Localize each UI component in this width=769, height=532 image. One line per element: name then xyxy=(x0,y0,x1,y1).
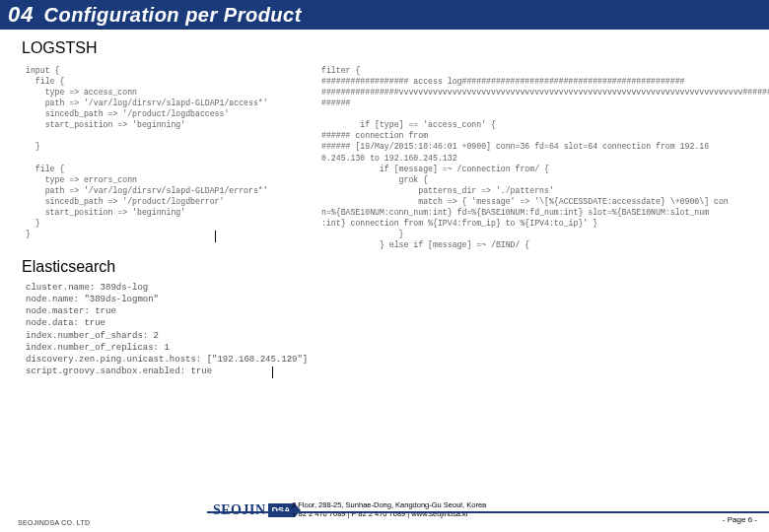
footer-contact: 2 Floor, 288-25, Sunhae-Dong, Kangdong-G… xyxy=(292,500,486,519)
slide-title: Configuration per Product xyxy=(43,4,301,27)
section-logstash-label: LOGSTSH xyxy=(22,39,769,57)
logo-sub-text: DSA xyxy=(268,503,295,517)
elasticsearch-yaml-code: cluster.name: 389ds-log node.name: "389d… xyxy=(26,282,308,377)
title-bar: 04 Configuration per Product xyxy=(0,0,769,30)
page-number: - Page 6 - xyxy=(723,515,757,524)
company-name: SEOJINDSA CO. LTD xyxy=(18,519,90,526)
text-cursor xyxy=(215,231,216,242)
footer-divider xyxy=(207,511,769,513)
logstash-filter-code: filter { ################## access log##… xyxy=(321,65,769,250)
footer: SEOJINDSA CO. LTD SEOJIN DSA 2 Floor, 28… xyxy=(0,499,769,532)
elasticsearch-config-block: cluster.name: 389ds-log node.name: "389d… xyxy=(22,280,741,388)
text-cursor xyxy=(272,366,273,378)
slide-number: 04 xyxy=(8,2,34,28)
logo-main-text: SEOJIN xyxy=(213,502,266,518)
logstash-config-block: input { file { type => access_conn path … xyxy=(22,61,741,248)
logstash-input-code: input { file { type => access_conn path … xyxy=(26,65,268,239)
logo: SEOJIN DSA xyxy=(213,502,295,518)
footer-address: 2 Floor, 288-25, Sunhae-Dong, Kangdong-G… xyxy=(292,500,486,509)
section-elasticsearch-label: Elasticsearch xyxy=(22,258,769,276)
